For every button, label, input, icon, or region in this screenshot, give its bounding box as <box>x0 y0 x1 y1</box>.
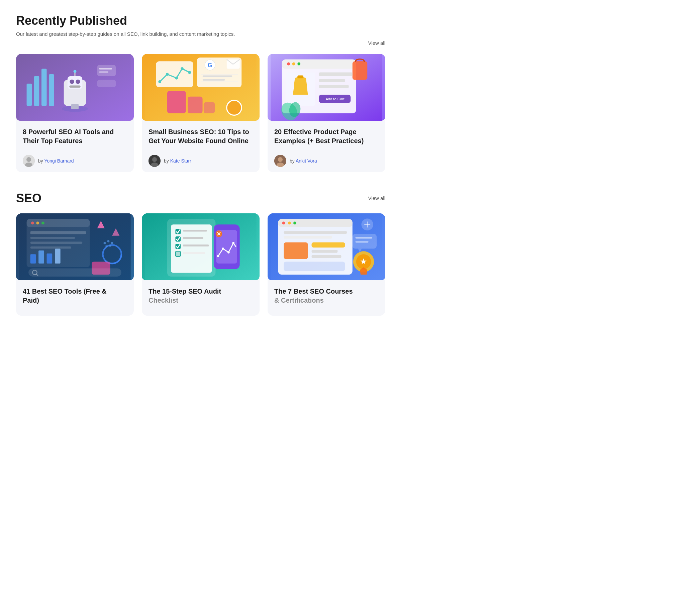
recently-published-header: Recently Published <box>16 14 385 28</box>
svg-point-11 <box>73 70 76 72</box>
svg-point-7 <box>70 79 74 84</box>
card-small-business-author-text: by Kate Starr <box>164 158 191 163</box>
svg-rect-14 <box>99 71 108 72</box>
svg-rect-77 <box>55 248 61 263</box>
card-seo-tools-title-main: 41 Best SEO Tools (Free & <box>23 288 107 295</box>
svg-rect-97 <box>183 237 203 239</box>
card-small-business-title: Small Business SEO: 10 Tips to Get Your … <box>149 127 253 146</box>
svg-point-107 <box>232 242 235 244</box>
recently-published-view-all[interactable]: View all <box>368 40 385 46</box>
svg-point-106 <box>227 251 230 254</box>
svg-point-26 <box>175 76 178 79</box>
svg-rect-34 <box>203 75 233 76</box>
svg-point-67 <box>31 221 34 224</box>
svg-rect-4 <box>49 74 54 106</box>
svg-rect-22 <box>156 61 193 87</box>
svg-rect-70 <box>30 231 86 234</box>
card-ai-tools-avatar <box>23 155 35 167</box>
svg-rect-120 <box>312 242 345 248</box>
card-seo-audit-body: The 15-Step SEO Audit Checklist <box>142 280 260 316</box>
svg-text:★: ★ <box>360 257 367 266</box>
svg-point-49 <box>297 62 300 65</box>
svg-rect-37 <box>187 96 202 113</box>
svg-rect-95 <box>183 230 207 232</box>
svg-rect-53 <box>353 61 367 80</box>
svg-point-24 <box>158 80 161 83</box>
seo-view-all[interactable]: View all <box>368 195 385 201</box>
card-seo-tools-body: 41 Best SEO Tools (Free & Paid) <box>16 280 134 316</box>
svg-rect-73 <box>30 246 71 249</box>
card-seo-audit[interactable]: The 15-Step SEO Audit Checklist <box>142 213 260 316</box>
svg-point-47 <box>287 62 290 65</box>
svg-point-85 <box>111 242 113 244</box>
svg-point-62 <box>278 157 283 162</box>
card-seo-tools[interactable]: 41 Best SEO Tools (Free & Paid) <box>16 213 134 316</box>
recently-published-section: Recently Published Our latest and greate… <box>16 14 385 172</box>
svg-rect-54 <box>319 72 353 76</box>
svg-rect-38 <box>204 102 215 113</box>
card-product-page[interactable]: Add to Cart 20 Effective Product Page Ex… <box>268 54 385 172</box>
seo-section: SEO View all <box>16 191 385 316</box>
svg-rect-118 <box>284 236 332 239</box>
svg-rect-119 <box>284 242 308 259</box>
card-small-business-author: by Kate Starr <box>149 151 253 167</box>
svg-rect-35 <box>203 79 225 80</box>
card-ai-tools-author-link[interactable]: Yongi Barnard <box>44 158 73 163</box>
svg-rect-52 <box>297 75 303 78</box>
svg-point-42 <box>152 157 157 162</box>
card-product-page-image: Add to Cart <box>268 54 385 121</box>
svg-rect-72 <box>30 241 83 244</box>
card-seo-audit-title-sub: Checklist <box>149 296 178 304</box>
svg-rect-12 <box>97 65 116 76</box>
card-small-business[interactable]: G <box>142 54 260 172</box>
card-small-business-author-link[interactable]: Kate Starr <box>170 158 191 163</box>
svg-point-104 <box>217 255 219 257</box>
svg-point-69 <box>42 221 44 224</box>
recently-published-cards-grid: 8 Powerful SEO AI Tools and Their Top Fe… <box>16 54 385 172</box>
svg-point-25 <box>166 72 169 75</box>
card-seo-courses-image: ★ <box>268 213 385 280</box>
svg-marker-51 <box>293 76 308 95</box>
svg-rect-71 <box>30 237 75 239</box>
svg-point-68 <box>36 221 39 224</box>
svg-rect-121 <box>312 250 338 253</box>
svg-point-86 <box>105 245 108 247</box>
svg-rect-101 <box>183 252 205 254</box>
card-small-business-image: G <box>142 54 260 121</box>
card-seo-audit-title-main: The 15-Step SEO Audit <box>149 288 221 295</box>
card-seo-audit-title: The 15-Step SEO Audit Checklist <box>149 287 253 305</box>
card-product-page-author-text: by Ankit Vora <box>290 158 317 163</box>
svg-point-28 <box>188 71 191 74</box>
svg-rect-66 <box>27 219 90 227</box>
svg-point-114 <box>282 221 285 224</box>
recently-published-title: Recently Published <box>16 14 127 28</box>
svg-text:G: G <box>208 62 213 69</box>
svg-point-8 <box>75 79 80 84</box>
card-ai-tools-author-text: by Yongi Barnard <box>38 158 74 163</box>
svg-rect-133 <box>356 237 372 239</box>
svg-point-83 <box>104 242 106 244</box>
card-seo-courses-title: The 7 Best SEO Courses & Certifications <box>274 287 379 305</box>
card-seo-tools-image <box>16 213 134 280</box>
svg-point-84 <box>107 240 110 242</box>
card-product-page-author-link[interactable]: Ankit Vora <box>296 158 317 163</box>
svg-point-105 <box>222 247 224 250</box>
seo-section-title: SEO <box>16 191 42 205</box>
card-ai-tools[interactable]: 8 Powerful SEO AI Tools and Their Top Fe… <box>16 54 134 172</box>
svg-rect-74 <box>30 254 36 264</box>
card-ai-tools-title: 8 Powerful SEO AI Tools and Their Top Fe… <box>23 127 127 146</box>
svg-rect-2 <box>34 76 40 106</box>
card-seo-courses[interactable]: ★ Th <box>268 213 385 316</box>
card-seo-audit-image <box>142 213 260 280</box>
svg-point-48 <box>292 62 295 65</box>
card-ai-tools-image <box>16 54 134 121</box>
svg-rect-88 <box>28 268 121 276</box>
svg-point-39 <box>227 100 242 115</box>
card-seo-courses-body: The 7 Best SEO Courses & Certifications <box>268 280 385 316</box>
card-seo-tools-title: 41 Best SEO Tools (Free & Paid) <box>23 287 127 305</box>
recently-published-subtitle: Our latest and greatest step-by-step gui… <box>16 30 290 38</box>
svg-rect-76 <box>47 254 52 264</box>
svg-rect-134 <box>356 241 369 243</box>
seo-section-header: SEO View all <box>16 191 385 205</box>
recently-published-title-block: Recently Published <box>16 14 127 28</box>
